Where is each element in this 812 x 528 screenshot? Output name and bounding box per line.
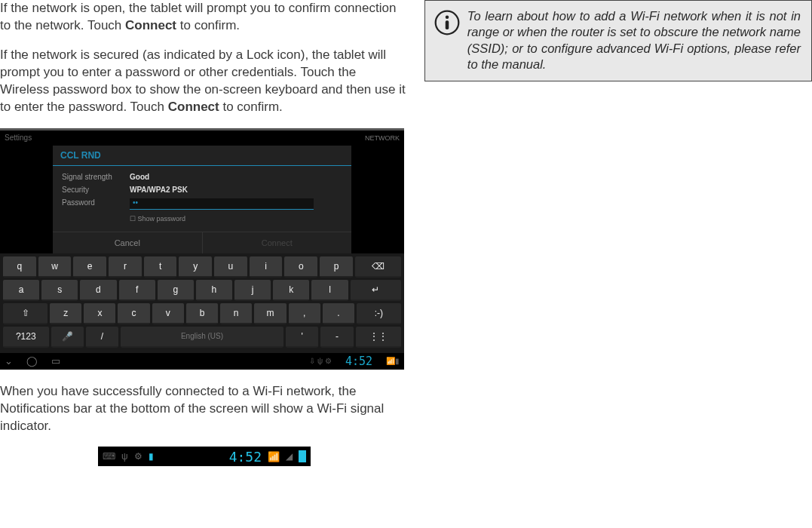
key-d[interactable]: d <box>80 280 116 301</box>
mini-kbd-icon: ⌨ <box>103 451 115 462</box>
system-nav-bar: ⌄ ◯ ▭ ⇩ ψ ⚙ 4:52 📶▮ <box>0 353 404 370</box>
info-callout: To learn about how to add a Wi-Fi networ… <box>424 0 812 81</box>
key-m[interactable]: m <box>254 303 286 324</box>
security-value: WPA/WPA2 PSK <box>130 186 188 194</box>
mini-wifi-icon: 📶 <box>268 451 280 462</box>
key-f[interactable]: f <box>119 280 155 301</box>
wifi-connect-dialog: CCL RND Signal strengthGood SecurityWPA/… <box>53 146 351 253</box>
info-icon <box>433 8 461 37</box>
key-apostrophe[interactable]: ' <box>286 327 318 348</box>
connect-bold-2: Connect <box>168 100 219 114</box>
connect-button[interactable]: Connect <box>202 232 352 253</box>
show-password-checkbox[interactable]: ☐ Show password <box>62 212 342 227</box>
key-s[interactable]: s <box>41 280 78 301</box>
wifi-dialog-screenshot: Settings NETWORK WIRELESS 📶WiFi ᛒBlue ◔D… <box>0 128 404 370</box>
clock: 4:52 <box>345 355 372 368</box>
key-o[interactable]: o <box>284 256 317 278</box>
key-c[interactable]: c <box>118 303 149 324</box>
security-label: Security <box>62 186 130 194</box>
key-b[interactable]: b <box>186 303 218 324</box>
key-slash[interactable]: / <box>86 327 118 348</box>
key-h[interactable]: h <box>196 280 232 301</box>
cancel-button[interactable]: Cancel <box>53 232 202 253</box>
key-x[interactable]: x <box>84 303 115 324</box>
key-smile[interactable]: :-) <box>357 303 401 324</box>
info-text: To learn about how to add a Wi-Fi networ… <box>467 8 801 73</box>
mini-debug-icon: ⚙ <box>134 451 142 462</box>
para2-c: to confirm. <box>219 100 283 114</box>
key-a[interactable]: a <box>3 280 39 301</box>
key-j[interactable]: j <box>234 280 271 301</box>
dialog-title: CCL RND <box>53 146 351 166</box>
password-input[interactable]: •• <box>130 198 314 210</box>
para-connected: When you have successfully connected to … <box>0 383 406 435</box>
key-z[interactable]: z <box>50 303 81 324</box>
key-sym[interactable]: ?123 <box>3 327 49 348</box>
mini-signal-icon: ◢ <box>286 451 293 462</box>
mini-battery-icon <box>299 450 306 462</box>
settings-label: Settings <box>5 134 32 142</box>
para-open-network: If the network is open, the tablet will … <box>0 0 406 35</box>
key-e[interactable]: e <box>73 256 106 278</box>
key-space[interactable]: English (US) <box>121 327 283 348</box>
recent-icon[interactable]: ▭ <box>51 355 60 367</box>
home-icon[interactable]: ◯ <box>26 355 38 367</box>
svg-rect-2 <box>446 20 449 29</box>
wifi-status-icon: 📶▮ <box>386 357 400 365</box>
key-i[interactable]: i <box>250 256 283 278</box>
password-label: Password <box>62 198 130 210</box>
mini-dl-icon: ▮ <box>149 451 154 462</box>
status-icons: ⇩ ψ ⚙ <box>309 357 332 365</box>
key-backspace[interactable]: ⌫ <box>355 256 401 278</box>
key-dash[interactable]: - <box>320 327 353 348</box>
key-grid[interactable]: ⋮⋮ <box>356 327 402 348</box>
key-n[interactable]: n <box>220 303 252 324</box>
key-.[interactable]: . <box>323 303 354 324</box>
back-icon[interactable]: ⌄ <box>5 355 13 367</box>
key-k[interactable]: k <box>273 280 309 301</box>
key-mic[interactable]: 🎤 <box>51 327 84 348</box>
signal-label: Signal strength <box>62 173 130 181</box>
onscreen-keyboard[interactable]: qwertyuiop⌫ asdfghjkl↵ ⇧zxcvbnm,.:-) ?12… <box>0 253 404 353</box>
svg-point-1 <box>446 16 449 20</box>
add-network-label: NETWORK <box>365 134 400 142</box>
key-v[interactable]: v <box>152 303 184 324</box>
key-q[interactable]: q <box>3 256 36 278</box>
signal-value: Good <box>130 173 149 181</box>
key-enter[interactable]: ↵ <box>351 280 401 301</box>
key-u[interactable]: u <box>214 256 247 278</box>
mini-clock: 4:52 <box>229 449 262 465</box>
key-t[interactable]: t <box>144 256 177 278</box>
key-y[interactable]: y <box>179 256 212 278</box>
key-p[interactable]: p <box>320 256 353 278</box>
notification-bar-sample: ⌨ ψ ⚙ ▮ 4:52 📶 ◢ <box>98 447 311 466</box>
key-l[interactable]: l <box>311 280 348 301</box>
connect-bold-1: Connect <box>125 18 176 32</box>
mini-usb-icon: ψ <box>121 451 128 462</box>
para1-c: to confirm. <box>176 18 240 32</box>
key-shift[interactable]: ⇧ <box>3 303 47 324</box>
key-,[interactable]: , <box>289 303 320 324</box>
para-secured-network: If the network is secured (as indicated … <box>0 47 406 116</box>
key-g[interactable]: g <box>158 280 194 301</box>
key-w[interactable]: w <box>38 256 72 278</box>
key-r[interactable]: r <box>109 256 142 278</box>
